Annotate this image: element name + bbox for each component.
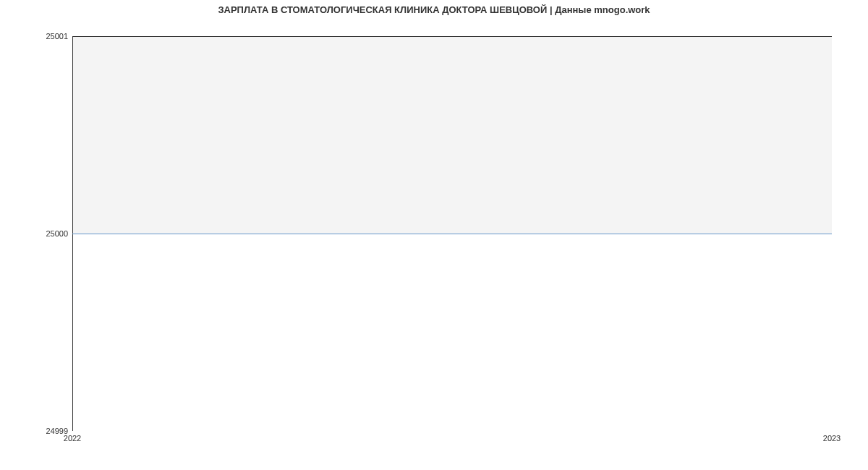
axis-top	[72, 36, 832, 37]
chart-container: ЗАРПЛАТА В СТОМАТОЛОГИЧЕСКАЯ КЛИНИКА ДОК…	[0, 0, 868, 470]
x-tick-label: 2023	[823, 434, 841, 443]
y-tick-label: 25001	[46, 32, 68, 40]
x-tick-label: 2022	[64, 434, 81, 443]
plot-bg-upper	[72, 36, 832, 234]
series-line	[72, 234, 832, 234]
plot-area	[72, 36, 832, 431]
chart-title: ЗАРПЛАТА В СТОМАТОЛОГИЧЕСКАЯ КЛИНИКА ДОК…	[0, 4, 868, 15]
plot-bg-lower	[72, 234, 832, 431]
y-tick-label: 25000	[46, 229, 68, 238]
